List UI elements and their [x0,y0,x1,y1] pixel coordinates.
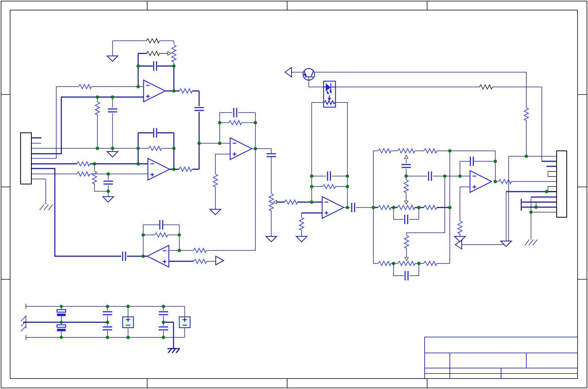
schematic-canvas [0,0,588,389]
schematic-page [0,0,588,389]
output-connector [557,151,567,217]
input-connector [21,133,31,184]
sheet-background [0,0,588,389]
